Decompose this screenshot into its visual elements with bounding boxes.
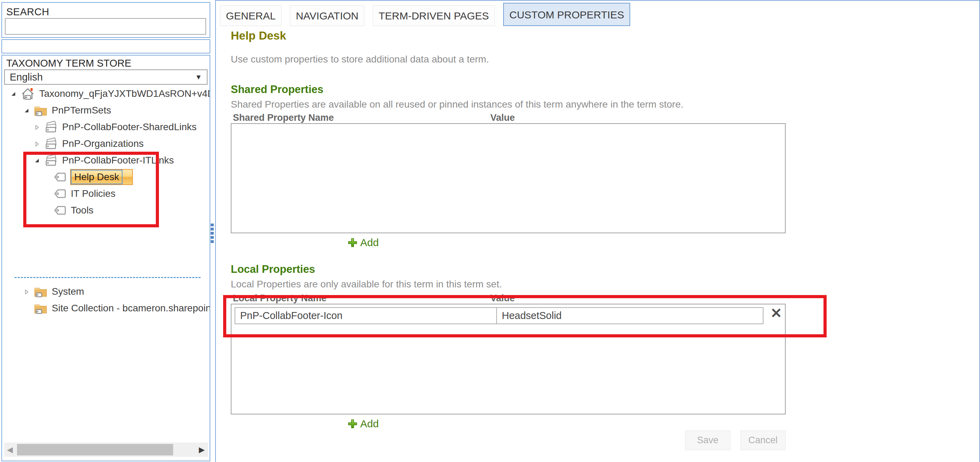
taxonomy-panel: TAXONOMY TERM STORE English ▼ [2,55,210,461]
tab-bar: GENERAL NAVIGATION TERM-DRIVEN PAGES CUS… [220,3,638,26]
tree-item-label: PnP-CollabFooter-SharedLinks [62,121,197,132]
shared-properties-title: Shared Properties [231,83,323,96]
tree-item-term[interactable]: Tools [2,202,210,219]
search-input[interactable] [5,18,206,35]
term-store-management-page: SEARCH TAXONOMY TERM STORE English ▼ [0,0,980,462]
local-property-name-header: Local Property Name [231,293,490,304]
local-properties-add-button[interactable]: Add [348,418,379,430]
term-title: Help Desk [231,29,286,42]
expanded-arrow-icon[interactable] [34,158,40,164]
local-property-value-input[interactable] [496,307,764,324]
term-tag-icon [53,172,67,183]
term-tag-icon [53,188,67,199]
shared-properties-add-button[interactable]: Add [348,237,379,249]
tree-item-group[interactable]: PnPTermSets [2,102,210,119]
shared-properties-table [231,123,786,233]
search-panel: SEARCH [2,2,210,38]
search-label: SEARCH [6,6,49,18]
tree-item-label: PnP-CollabFooter-ITLinks [62,155,174,166]
selected-term-highlight[interactable]: Help Desk [70,169,133,185]
dropdown-arrow-icon: ▼ [195,73,202,81]
add-label: Add [360,418,379,430]
scrollbar-thumb[interactable] [17,444,173,456]
shared-properties-description: Shared Properties are available on all r… [231,99,683,110]
term-group-folder-icon [33,285,48,298]
expanded-arrow-icon[interactable] [10,91,16,97]
term-group-folder-icon [33,302,48,314]
term-properties-panel: GENERAL NAVIGATION TERM-DRIVEN PAGES CUS… [215,0,980,462]
language-selected-value: English [10,72,43,83]
term-group-folder-icon [33,104,48,116]
tree-item-label: Site Collection - bcameron.sharepoint.co… [52,303,210,314]
tree-item-taxonomy-root[interactable]: Taxonomy_qFjaYJXTbWD1AsRON+v4Dg== [2,85,210,102]
shared-property-name-header: Shared Property Name [231,113,490,123]
local-properties-title: Local Properties [231,263,315,276]
collapsed-arrow-icon[interactable] [34,141,40,147]
tree-item-label: PnP-Organizations [62,138,144,149]
tab-navigation[interactable]: NAVIGATION [290,5,364,26]
scroll-right-arrow-icon[interactable]: ▶ [199,445,205,454]
custom-properties-intro: Use custom properties to store additiona… [231,54,489,65]
add-plus-icon [348,419,358,429]
taxonomy-term-store-label: TAXONOMY TERM STORE [6,57,131,69]
save-button[interactable]: Save [685,430,730,450]
sidebar-horizontal-scrollbar[interactable]: ◀ ▶ [4,443,208,457]
local-properties-description: Local Properties are only available for … [231,279,502,290]
term-set-icon [44,121,58,133]
shared-value-header: Value [490,113,515,123]
local-properties-table: ✕ [231,304,786,414]
tree-item-termset[interactable]: PnP-Organizations [2,135,210,152]
sidebar-spacer-panel [2,39,210,53]
collapsed-arrow-icon[interactable] [24,289,30,295]
local-value-header: Value [490,293,515,304]
tree-item-label: IT Policies [71,188,116,199]
tree-item-site-collection[interactable]: Site Collection - bcameron.sharepoint.co… [2,300,210,317]
language-select[interactable]: English ▼ [4,69,207,85]
tab-custom-properties[interactable]: CUSTOM PROPERTIES [503,3,630,26]
scroll-left-arrow-icon[interactable]: ◀ [7,445,13,454]
cancel-button[interactable]: Cancel [740,430,786,450]
tree-item-label: System [52,286,84,297]
term-set-icon [44,154,58,167]
local-property-name-input[interactable] [235,307,497,324]
local-properties-headers: Local Property Name Value [231,293,786,304]
tree-item-term-selected[interactable]: Help Desk [2,169,210,185]
tree-section-divider [14,277,200,278]
tree-item-label: Tools [71,205,93,216]
collapsed-arrow-icon[interactable] [34,124,40,130]
tree-item-label: Help Desk [71,170,123,184]
panel-splitter-handle[interactable] [211,223,214,243]
expanded-arrow-icon[interactable] [24,108,30,113]
tab-term-driven-pages[interactable]: TERM-DRIVEN PAGES [373,5,495,26]
action-buttons: Save Cancel [231,430,786,450]
taxonomy-tree: Taxonomy_qFjaYJXTbWD1AsRON+v4Dg== PnPTer… [2,85,210,219]
tree-item-label: PnPTermSets [52,105,111,116]
tree-item-termset[interactable]: PnP-CollabFooter-ITLinks [2,152,210,169]
add-label: Add [360,237,379,249]
term-set-icon [44,137,58,150]
tree-item-termset[interactable]: PnP-CollabFooter-SharedLinks [2,119,210,135]
tab-general[interactable]: GENERAL [220,5,282,26]
local-property-row: ✕ [235,307,784,324]
tree-item-term[interactable]: IT Policies [2,185,210,202]
home-term-store-icon [21,87,35,101]
add-plus-icon [348,238,358,247]
term-tag-icon [53,205,67,216]
delete-property-button[interactable]: ✕ [768,306,784,320]
shared-properties-headers: Shared Property Name Value [231,113,786,123]
system-tree-section: System Site Collection - bcameron.sharep… [2,283,210,317]
tree-item-system[interactable]: System [2,283,210,300]
tree-item-label: Taxonomy_qFjaYJXTbWD1AsRON+v4Dg== [39,88,210,99]
